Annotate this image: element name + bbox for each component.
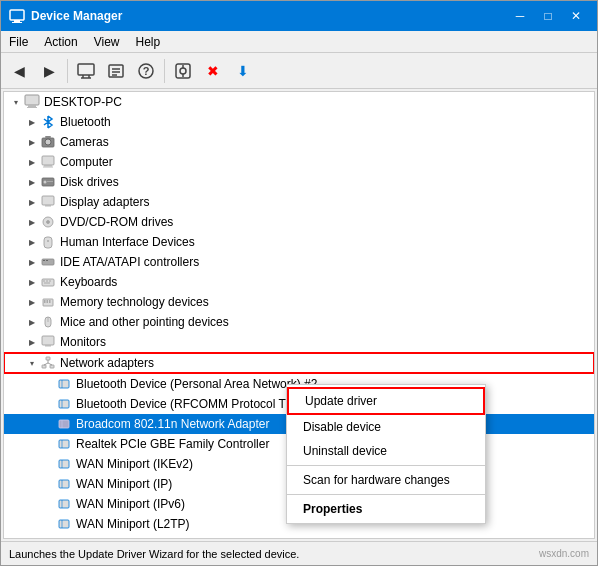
expand-display[interactable]: ▶	[24, 194, 40, 210]
toolbar-separator-1	[67, 59, 68, 83]
expand-mice[interactable]: ▶	[24, 314, 40, 330]
svg-rect-52	[42, 365, 46, 368]
tree-item-computer-cat[interactable]: ▶ Computer	[4, 152, 594, 172]
tree-item-dvd[interactable]: ▶ DVD/CD-ROM drives	[4, 212, 594, 232]
tree-item-cameras[interactable]: ▶ Cameras	[4, 132, 594, 152]
expand-disk[interactable]: ▶	[24, 174, 40, 190]
memory-label: Memory technology devices	[60, 295, 209, 309]
tree-item-monitors[interactable]: ▶ Monitors	[4, 332, 594, 352]
wan-nm-icon	[56, 536, 72, 539]
computer-label: DESKTOP-PC	[44, 95, 122, 109]
svg-rect-23	[42, 156, 54, 165]
svg-rect-18	[28, 105, 36, 107]
wan-ip-label: WAN Miniport (IP)	[76, 477, 172, 491]
expand-memory[interactable]: ▶	[24, 294, 40, 310]
ctx-disable-device[interactable]: Disable device	[287, 415, 485, 439]
ctx-update-driver[interactable]: Update driver	[287, 387, 485, 415]
ide-icon	[40, 254, 56, 270]
bt-rfcomm-icon	[56, 396, 72, 412]
context-menu[interactable]: Update driver Disable device Uninstall d…	[286, 384, 486, 524]
expand-computer-cat[interactable]: ▶	[24, 154, 40, 170]
menu-view[interactable]: View	[86, 31, 128, 52]
tree-item-mice[interactable]: ▶ Mice and other pointing devices	[4, 312, 594, 332]
toolbar-separator-2	[164, 59, 165, 83]
back-button[interactable]: ◀	[5, 57, 33, 85]
expand-ide[interactable]: ▶	[24, 254, 40, 270]
bluetooth-icon	[40, 114, 56, 130]
keyboards-label: Keyboards	[60, 275, 117, 289]
svg-rect-40	[46, 281, 48, 282]
disk-label: Disk drives	[60, 175, 119, 189]
title-bar-icon	[9, 8, 25, 24]
ctx-properties[interactable]: Properties	[287, 497, 485, 521]
svg-rect-30	[45, 205, 51, 207]
svg-rect-24	[44, 165, 52, 167]
mice-icon	[40, 314, 56, 330]
realtek-label: Realtek PCIe GBE Family Controller	[76, 437, 269, 451]
close-button[interactable]: ✕	[563, 4, 589, 28]
ctx-uninstall-device[interactable]: Uninstall device	[287, 439, 485, 463]
tree-item-memory[interactable]: ▶ Memory technology devices	[4, 292, 594, 312]
expand-hid[interactable]: ▶	[24, 234, 40, 250]
computer-button[interactable]	[72, 57, 100, 85]
computer-icon	[24, 94, 40, 110]
realtek-icon	[56, 436, 72, 452]
svg-rect-50	[45, 345, 51, 347]
expand-bluetooth[interactable]: ▶	[24, 114, 40, 130]
hid-label: Human Interface Devices	[60, 235, 195, 249]
menu-action[interactable]: Action	[36, 31, 85, 52]
tree-item-hid[interactable]: ▶ Human Interface Devices	[4, 232, 594, 252]
network-label: Network adapters	[60, 356, 154, 370]
remove-button[interactable]: ✖	[199, 57, 227, 85]
wan-ikev2-label: WAN Miniport (IKEv2)	[76, 457, 193, 471]
title-bar-controls: ─ □ ✕	[507, 4, 589, 28]
svg-rect-69	[59, 500, 69, 508]
tree-item-network[interactable]: ▾ Network adapters	[4, 353, 594, 373]
expand-network[interactable]: ▾	[24, 355, 40, 371]
tree-item-computer[interactable]: ▾ DESKTOP-PC	[4, 92, 594, 112]
ctx-scan[interactable]: Scan for hardware changes	[287, 468, 485, 492]
svg-point-27	[44, 181, 47, 184]
expand-dvd[interactable]: ▶	[24, 214, 40, 230]
broadcom-icon	[56, 416, 72, 432]
minimize-button[interactable]: ─	[507, 4, 533, 28]
svg-rect-71	[59, 520, 69, 528]
menu-file[interactable]: File	[1, 31, 36, 52]
svg-text:?: ?	[143, 65, 150, 77]
svg-rect-1	[14, 20, 20, 22]
scan-button[interactable]	[169, 57, 197, 85]
dvd-icon	[40, 214, 56, 230]
svg-rect-45	[47, 300, 49, 303]
tree-item-wan-nm[interactable]: ▶ WAN Miniport (Network Monitor)	[4, 534, 594, 539]
forward-button[interactable]: ▶	[35, 57, 63, 85]
wan-l2tp-label: WAN Miniport (L2TP)	[76, 517, 190, 531]
tree-item-bluetooth[interactable]: ▶ Bluetooth	[4, 112, 594, 132]
watermark: wsxdn.com	[539, 548, 589, 559]
network-icon	[40, 355, 56, 371]
dvd-label: DVD/CD-ROM drives	[60, 215, 173, 229]
tree-item-disk[interactable]: ▶ Disk drives	[4, 172, 594, 192]
tree-item-ide[interactable]: ▶ IDE ATA/ATAPI controllers	[4, 252, 594, 272]
toolbar: ◀ ▶ ?	[1, 53, 597, 89]
maximize-button[interactable]: □	[535, 4, 561, 28]
expand-cameras[interactable]: ▶	[24, 134, 40, 150]
ide-label: IDE ATA/ATAPI controllers	[60, 255, 199, 269]
help-button[interactable]: ?	[132, 57, 160, 85]
svg-point-32	[47, 221, 50, 224]
properties-button[interactable]	[102, 57, 130, 85]
expand-monitors[interactable]: ▶	[24, 334, 40, 350]
svg-rect-35	[42, 259, 54, 265]
ctx-separator-2	[287, 494, 485, 495]
status-bar: Launches the Update Driver Wizard for th…	[1, 541, 597, 565]
status-text: Launches the Update Driver Wizard for th…	[9, 548, 299, 560]
expand-computer[interactable]: ▾	[8, 94, 24, 110]
ctx-separator-1	[287, 465, 485, 466]
svg-point-14	[180, 68, 186, 74]
tree-item-keyboards[interactable]: ▶ Keyboards	[4, 272, 594, 292]
update-button[interactable]: ⬇	[229, 57, 257, 85]
svg-rect-63	[59, 440, 69, 448]
expand-keyboards[interactable]: ▶	[24, 274, 40, 290]
svg-rect-17	[25, 95, 39, 105]
tree-item-display[interactable]: ▶ Display adapters	[4, 192, 594, 212]
menu-help[interactable]: Help	[128, 31, 169, 52]
